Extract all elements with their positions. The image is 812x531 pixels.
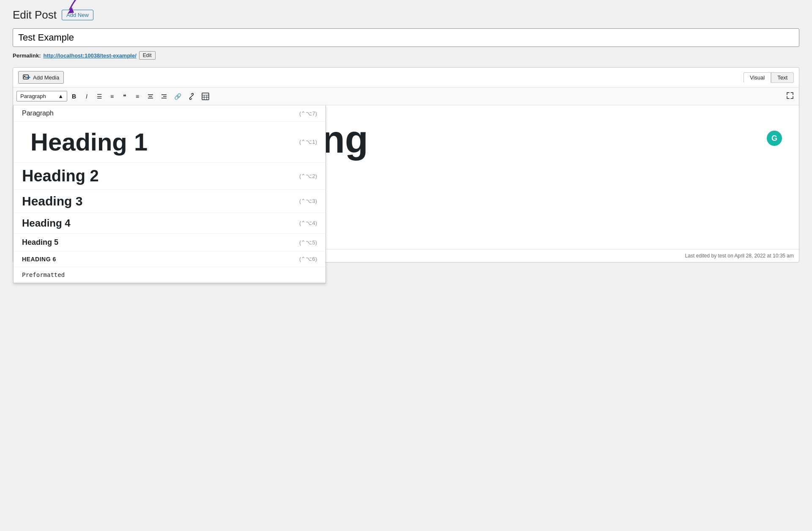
page-header: Edit Post Add New <box>13 8 799 22</box>
dropdown-h2-shortcut: (⌃⌥2) <box>299 173 317 179</box>
format-select-arrow-icon: ▲ <box>58 93 63 99</box>
dropdown-h3-label: Heading 3 <box>22 194 82 208</box>
permalink-label: Permalink: <box>13 52 41 59</box>
dropdown-h6-label: HEADING 6 <box>22 256 56 263</box>
page-title: Edit Post <box>13 8 57 22</box>
status-bar-text: Last edited by test on April 28, 2022 at… <box>685 253 794 259</box>
add-new-button[interactable]: Add New <box>62 10 93 20</box>
dropdown-h6-shortcut: (⌃⌥6) <box>299 256 317 262</box>
link-button[interactable]: 🔗 <box>171 90 184 102</box>
visual-tab[interactable]: Visual <box>744 72 771 83</box>
bold-button[interactable]: B <box>68 90 80 102</box>
grammarly-icon: G <box>767 131 782 146</box>
dropdown-item-h1[interactable]: Heading 1 (⌃⌥1) <box>14 122 325 163</box>
unordered-list-button[interactable]: ☰ <box>93 90 105 102</box>
dropdown-h5-shortcut: (⌃⌥5) <box>299 239 317 246</box>
dropdown-h3-shortcut: (⌃⌥3) <box>299 198 317 204</box>
align-center-button[interactable] <box>144 90 157 102</box>
dropdown-item-pre[interactable]: Preformatted <box>14 267 325 283</box>
fullscreen-button[interactable] <box>785 90 796 102</box>
editor-text-area[interactable]: ng G <box>326 105 799 249</box>
dropdown-item-h3[interactable]: Heading 3 (⌃⌥3) <box>14 190 325 213</box>
svg-rect-10 <box>202 93 209 100</box>
align-right-button[interactable] <box>158 90 170 102</box>
format-select-label: Paragraph <box>20 93 46 99</box>
unlink-button[interactable] <box>185 90 198 102</box>
editor-format-bar: Paragraph ▲ B I ☰ ≡ ❝ ≡ 🔗 <box>13 88 799 105</box>
table-button[interactable] <box>199 90 212 102</box>
post-title-input[interactable] <box>13 28 799 47</box>
format-dropdown: Paragraph (⌃⌥7) Heading 1 (⌃⌥1) Heading … <box>13 105 326 283</box>
dropdown-overlay: Paragraph (⌃⌥7) Heading 1 (⌃⌥1) Heading … <box>13 105 799 249</box>
permalink-url[interactable]: http://localhost:10038/test-example/ <box>43 52 136 59</box>
dropdown-item-h2[interactable]: Heading 2 (⌃⌥2) <box>14 163 325 190</box>
view-tabs: Visual Text <box>744 72 794 83</box>
italic-button[interactable]: I <box>81 90 93 102</box>
dropdown-item-h4[interactable]: Heading 4 (⌃⌥4) <box>14 213 325 234</box>
dropdown-paragraph-shortcut: (⌃⌥7) <box>299 110 317 117</box>
add-media-icon <box>23 74 30 81</box>
dropdown-h4-label: Heading 4 <box>22 217 71 229</box>
dropdown-item-h5[interactable]: Heading 5 (⌃⌥5) <box>14 234 325 252</box>
align-left-button[interactable]: ≡ <box>131 90 143 102</box>
editor-content[interactable]: ng G <box>326 105 799 249</box>
add-media-button[interactable]: Add Media <box>18 71 64 84</box>
dropdown-item-paragraph[interactable]: Paragraph (⌃⌥7) <box>14 105 325 122</box>
dropdown-paragraph-label: Paragraph <box>22 109 54 117</box>
dropdown-pre-label: Preformatted <box>22 271 65 278</box>
blockquote-button[interactable]: ❝ <box>119 90 131 102</box>
permalink-bar: Permalink: http://localhost:10038/test-e… <box>13 51 799 60</box>
add-media-label: Add Media <box>33 74 59 81</box>
dropdown-h1-label: Heading 1 <box>22 122 156 162</box>
dropdown-h2-label: Heading 2 <box>22 167 99 185</box>
format-select[interactable]: Paragraph ▲ <box>16 91 67 101</box>
dropdown-h4-shortcut: (⌃⌥4) <box>299 220 317 226</box>
permalink-edit-button[interactable]: Edit <box>139 51 156 60</box>
dropdown-h1-shortcut: (⌃⌥1) <box>299 139 317 145</box>
ordered-list-button[interactable]: ≡ <box>106 90 118 102</box>
text-tab[interactable]: Text <box>771 72 794 83</box>
editor-toolbar-top: Add Media Visual Text <box>13 68 799 88</box>
editor-container: Add Media Visual Text Paragraph ▲ B I ☰ … <box>13 67 799 263</box>
dropdown-item-h6[interactable]: HEADING 6 (⌃⌥6) <box>14 252 325 267</box>
svg-line-9 <box>190 95 193 98</box>
background-heading-text: ng <box>322 118 774 161</box>
dropdown-h5-label: Heading 5 <box>22 238 58 247</box>
